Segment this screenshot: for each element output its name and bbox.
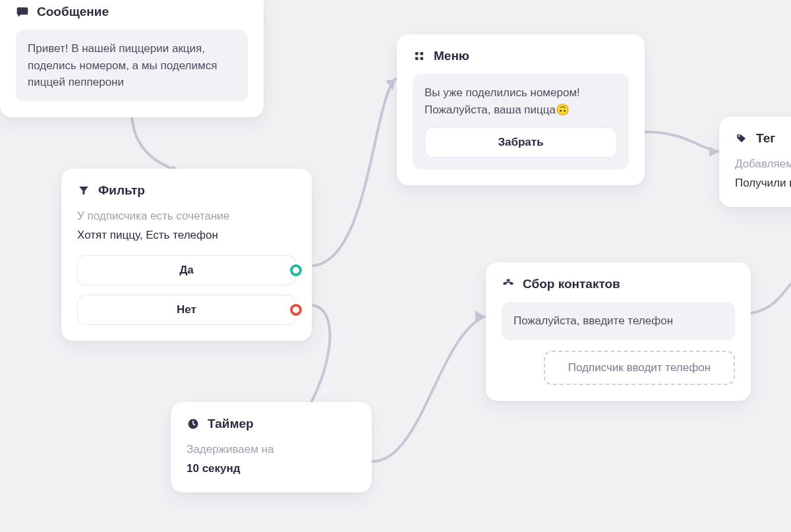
- clock-icon: [187, 417, 200, 430]
- filter-icon: [77, 184, 90, 197]
- message-title: Сообщение: [37, 5, 109, 19]
- filter-title: Фильтр: [98, 183, 145, 198]
- node-timer[interactable]: Таймер Задерживаем на 10 секунд: [171, 402, 372, 492]
- filter-subtitle: У подписчика есть сочетание: [77, 208, 296, 225]
- timer-title: Таймер: [208, 417, 254, 431]
- tag-subtitle: Добавляем: [735, 156, 791, 173]
- tag-title: Тег: [756, 131, 775, 146]
- node-filter[interactable]: Фильтр У подписчика есть сочетание Хотят…: [61, 169, 312, 341]
- message-body: Привет! В нашей пиццерии акция, поделись…: [16, 30, 248, 102]
- node-tag[interactable]: Тег Добавляем Получили пи: [719, 117, 791, 207]
- node-message[interactable]: Сообщение Привет! В нашей пиццерии акция…: [0, 0, 264, 117]
- contacts-input-placeholder[interactable]: Подписчик вводит телефон: [544, 351, 735, 385]
- filter-yes-button[interactable]: Да: [77, 255, 296, 285]
- svg-rect-8: [415, 57, 419, 61]
- flow-canvas[interactable]: Сообщение Привет! В нашей пиццерии акция…: [0, 0, 791, 532]
- svg-point-10: [738, 135, 740, 136]
- timer-value: 10 секунд: [187, 461, 356, 477]
- form-icon: [502, 278, 515, 291]
- menu-take-label: Забрать: [498, 134, 543, 151]
- tag-value: Получили пи: [735, 175, 791, 192]
- port-no[interactable]: [290, 304, 302, 316]
- menu-take-button[interactable]: Забрать: [425, 127, 617, 158]
- timer-subtitle: Задерживаем на: [187, 442, 356, 458]
- svg-rect-7: [421, 52, 424, 55]
- contacts-prompt: Пожалуйста, введите телефон: [502, 302, 735, 340]
- svg-rect-11: [507, 280, 510, 281]
- node-contacts[interactable]: Сбор контактов Пожалуйста, введите телеф…: [486, 262, 751, 401]
- filter-yes-label: Да: [179, 264, 194, 277]
- filter-no-label: Нет: [177, 303, 196, 316]
- svg-marker-4: [475, 310, 484, 322]
- svg-rect-6: [415, 52, 419, 55]
- svg-marker-3: [709, 146, 718, 157]
- node-menu[interactable]: Меню Вы уже поделились номером! Пожалуйс…: [397, 34, 645, 185]
- svg-marker-1: [386, 79, 396, 90]
- filter-condition: Хотят пиццу, Есть телефон: [77, 227, 296, 244]
- menu-bubble: Вы уже поделились номером! Пожалуйста, в…: [413, 74, 629, 169]
- port-yes[interactable]: [290, 264, 302, 276]
- filter-no-button[interactable]: Нет: [77, 295, 296, 325]
- message-icon: [16, 5, 29, 18]
- grid-icon: [413, 49, 426, 63]
- svg-rect-9: [421, 57, 424, 61]
- tag-icon: [735, 132, 748, 145]
- contacts-title: Сбор контактов: [523, 277, 620, 291]
- menu-text: Вы уже поделились номером! Пожалуйста, в…: [425, 84, 617, 118]
- menu-title: Меню: [434, 49, 469, 63]
